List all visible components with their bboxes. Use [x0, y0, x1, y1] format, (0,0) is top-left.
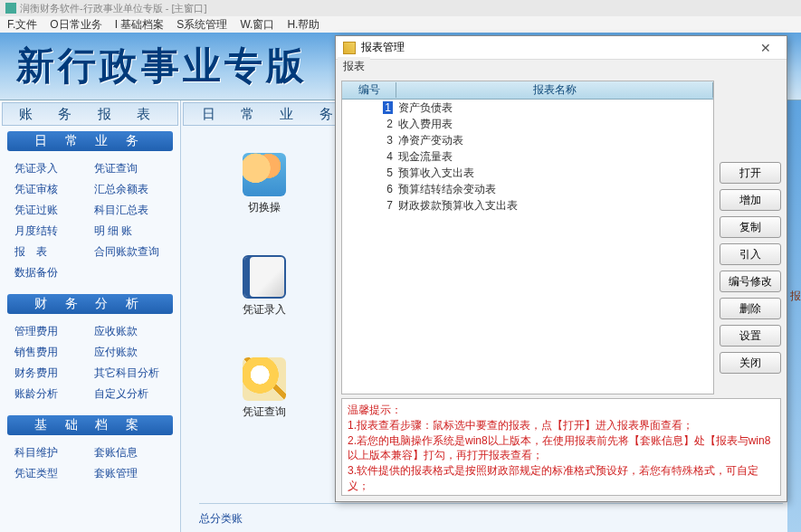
window-titlebar: 润衡财务软件-行政事业单位专版 - [主窗口]	[0, 0, 801, 16]
sidebar-link[interactable]: 凭证录入	[11, 158, 91, 179]
icon-switch-user[interactable]: 切换操	[237, 153, 291, 215]
menu-system[interactable]: S系统管理	[176, 17, 227, 32]
search-folder-icon	[243, 357, 286, 401]
sidebar-link[interactable]: 科目维护	[11, 442, 91, 463]
right-sidebar: 报	[787, 100, 801, 532]
table-header: 编号 报表名称	[342, 81, 713, 100]
sidebar-link[interactable]: 报 表	[11, 242, 91, 262]
sidebar-section-header: 基 础 档 案	[7, 415, 173, 435]
sidebar-panel-title: 账 务 报 表	[2, 102, 178, 126]
tip-line: 3.软件提供的报表格式是按照财政部规定的标准格式预设好，若您有特殊格式，可自定义…	[348, 463, 775, 494]
table-row[interactable]: 4现金流量表	[342, 148, 713, 165]
dialog-button-引入[interactable]: 引入	[720, 243, 781, 265]
banner-title: 新行政事业专版	[16, 41, 308, 91]
dialog-buttons: 打开增加复制引入编号修改删除设置关闭	[720, 81, 781, 394]
sidebar-section-header: 财 务 分 析	[7, 294, 173, 314]
sidebar-link[interactable]: 凭证类型	[11, 463, 91, 484]
document-icon	[243, 255, 286, 299]
table-row[interactable]: 7财政拨款预算收入支出表	[342, 197, 713, 214]
window-title: 润衡财务软件-行政事业单位专版 - [主窗口]	[20, 2, 207, 15]
sidebar-link	[91, 262, 170, 283]
table-row[interactable]: 5预算收入支出表	[342, 165, 713, 181]
dialog-button-打开[interactable]: 打开	[720, 162, 781, 184]
sidebar-link[interactable]: 凭证审核	[11, 179, 91, 200]
dialog-title: 报表管理	[361, 40, 752, 55]
sidebar-link[interactable]: 套账信息	[91, 442, 170, 463]
dialog-button-关闭[interactable]: 关闭	[720, 352, 781, 374]
icon-voucher-entry[interactable]: 凭证录入	[237, 255, 291, 318]
dialog-button-设置[interactable]: 设置	[720, 325, 781, 347]
dialog-button-编号修改[interactable]: 编号修改	[720, 271, 781, 292]
menu-daily[interactable]: O日常业务	[50, 17, 101, 32]
app-icon	[5, 3, 16, 14]
report-manage-dialog: 报表管理 ✕ 报表 编号 报表名称 1资产负债表2收入费用表3净资产变动表4现金…	[335, 35, 787, 502]
dialog-titlebar: 报表管理 ✕	[336, 36, 787, 60]
link-general-ledger[interactable]: 总分类账	[199, 511, 243, 527]
dialog-button-删除[interactable]: 删除	[720, 298, 781, 319]
sidebar-link[interactable]: 财务费用	[11, 363, 91, 384]
people-icon	[243, 153, 286, 196]
dialog-tips: 温馨提示： 1.报表查看步骤：鼠标选中要查的报表，点【打开】进入报表界面查看；2…	[341, 398, 781, 496]
tip-line: 4.部分杀毒软件可能会影响您报表运行，在使用报表前建议关闭杀毒软件或安全卫士等第…	[348, 494, 775, 496]
sidebar-link[interactable]: 套账管理	[91, 463, 170, 484]
sidebar-link[interactable]: 应付账款	[91, 342, 170, 363]
sidebar-link[interactable]: 明 细 账	[91, 221, 170, 242]
menu-base[interactable]: I 基础档案	[115, 17, 165, 32]
table-row[interactable]: 2收入费用表	[342, 116, 713, 132]
sidebar-link[interactable]: 月度结转	[11, 221, 91, 242]
sidebar-link[interactable]: 其它科目分析	[91, 363, 170, 384]
sidebar-link[interactable]: 管理费用	[11, 321, 91, 342]
menubar: F.文件 O日常业务 I 基础档案 S系统管理 W.窗口 H.帮助	[0, 16, 801, 33]
dialog-icon	[343, 42, 356, 54]
sidebar-link[interactable]: 凭证过账	[11, 200, 91, 221]
sidebar-link[interactable]: 自定义分析	[91, 384, 170, 404]
sidebar-link[interactable]: 账龄分析	[11, 384, 91, 404]
dialog-group-label: 报表	[338, 57, 370, 76]
table-row[interactable]: 1资产负债表	[342, 100, 713, 116]
sidebar: 账 务 报 表 日 常 业 务凭证录入凭证查询凭证审核汇总余额表凭证过账科目汇总…	[0, 100, 181, 532]
icon-voucher-query[interactable]: 凭证查询	[237, 357, 291, 420]
menu-help[interactable]: H.帮助	[287, 17, 319, 32]
sidebar-link[interactable]: 合同账款查询	[91, 242, 170, 262]
table-row[interactable]: 6预算结转结余变动表	[342, 181, 713, 197]
sidebar-link[interactable]: 销售费用	[11, 342, 91, 363]
tip-line: 2.若您的电脑操作系统是win8以上版本，在使用报表前先将【套账信息】处【报表与…	[348, 433, 775, 464]
sidebar-link[interactable]: 应收账款	[91, 321, 170, 342]
report-list: 编号 报表名称 1资产负债表2收入费用表3净资产变动表4现金流量表5预算收入支出…	[341, 81, 714, 394]
sidebar-link[interactable]: 凭证查询	[91, 158, 170, 179]
sidebar-link[interactable]: 汇总余额表	[91, 179, 170, 200]
dialog-button-增加[interactable]: 增加	[720, 189, 781, 211]
sidebar-link[interactable]: 数据备份	[11, 262, 91, 283]
table-row[interactable]: 3净资产变动表	[342, 132, 713, 148]
col-name: 报表名称	[396, 82, 713, 98]
close-icon[interactable]: ✕	[752, 41, 779, 55]
menu-window[interactable]: W.窗口	[240, 17, 274, 32]
tip-line: 1.报表查看步骤：鼠标选中要查的报表，点【打开】进入报表界面查看；	[348, 418, 775, 433]
col-id: 编号	[342, 82, 396, 98]
dialog-button-复制[interactable]: 复制	[720, 216, 781, 238]
sidebar-link[interactable]: 科目汇总表	[91, 200, 170, 221]
content-bottom-links: 总分类账	[199, 503, 783, 527]
menu-file[interactable]: F.文件	[7, 17, 37, 32]
sidebar-section-header: 日 常 业 务	[7, 131, 173, 151]
